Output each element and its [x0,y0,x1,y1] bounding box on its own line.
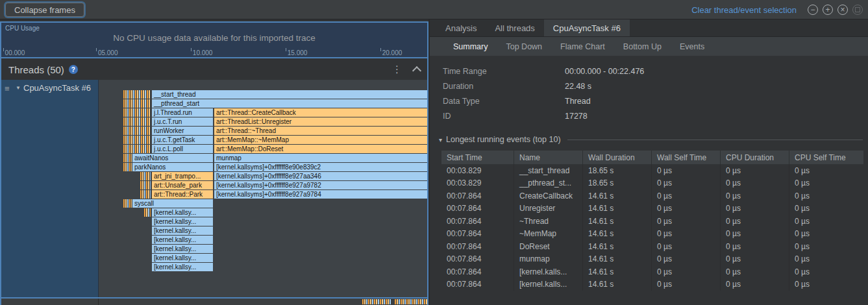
flame-frame[interactable]: [kernel.kallsy... [152,245,213,253]
table-row[interactable]: 00:07.864Unregister14.61 s0 µs0 µs0 µs [441,202,863,215]
subtab-events[interactable]: Events [671,42,713,51]
flame-frame[interactable]: __start_thread [152,90,427,99]
flame-frame[interactable]: __pthread_start [152,99,427,108]
next-thread-row [1,299,427,305]
flame-frame[interactable]: art::Thread::Park [152,190,213,199]
table-cell: 0 µs [652,202,721,215]
flame-frame[interactable] [123,199,132,208]
table-row[interactable]: 00:03.829__start_thread18.65 s0 µs0 µs0 … [441,164,863,177]
flame-frame[interactable]: j.u.c.T.getTask [152,136,213,144]
flame-frame[interactable] [123,90,151,99]
flame-frame[interactable] [123,99,151,108]
flame-frame[interactable] [362,299,391,304]
help-icon[interactable]: ? [69,65,78,74]
table-cell: 18.65 s [583,164,652,177]
flame-frame[interactable]: art::Unsafe_park [152,181,213,189]
table-cell: 00:07.864 [441,253,514,266]
flame-frame[interactable]: [kernel.kallsyms]+0xffffff8e927a9782 [214,181,427,189]
table-row[interactable]: 00:07.864munmap14.61 s0 µs0 µs0 µs [441,253,863,266]
table-cell: 0 µs [789,189,863,202]
field-label: Time Range [443,67,565,76]
table-cell: 00:07.864 [441,278,514,291]
table-cell: CreateCallback [514,189,583,202]
table-cell: 00:03.829 [441,164,514,177]
flame-frame[interactable]: art_jni_trampo... [152,172,213,180]
flame-frame[interactable]: awaitNanos [132,154,213,162]
table-cell: 0 µs [721,278,789,291]
flame-frame[interactable] [140,181,151,189]
table-cell: 00:07.864 [441,265,514,278]
flame-frame[interactable]: [kernel.kallsy... [152,217,213,226]
table-cell: 0 µs [652,189,721,202]
flame-frame[interactable]: [kernel.kallsy... [152,263,213,271]
table-cell: munmap [514,253,583,266]
flame-frame[interactable]: runWorker [152,127,213,135]
table-row[interactable]: 00:07.864CreateCallback14.61 s0 µs0 µs0 … [441,189,863,202]
subtab-summary[interactable]: Summary [444,42,497,51]
table-row[interactable]: 00:07.864~MemMap14.61 s0 µs0 µs0 µs [441,228,863,241]
flame-frame[interactable]: [kernel.kallsy... [152,226,213,235]
subtab-flame-chart[interactable]: Flame Chart [551,42,614,51]
table-row[interactable]: 00:07.864[kernel.kalls...14.61 s0 µs0 µs… [441,265,863,278]
subtab-top-down[interactable]: Top Down [497,42,551,51]
tab-analysis[interactable]: Analysis [436,19,486,36]
flame-frame[interactable] [123,108,151,117]
flame-frame[interactable] [123,127,151,135]
flame-frame[interactable]: parkNanos [132,163,213,171]
flame-frame[interactable]: [kernel.kallsyms]+0xffffff8e927aa346 [214,172,427,180]
table-row[interactable]: 00:07.864[kernel.kalls...14.61 s0 µs0 µs… [441,278,863,291]
flame-frame[interactable]: [kernel.kallsy... [152,208,213,217]
flame-frame[interactable]: [kernel.kallsy... [152,254,213,262]
tab-cpuasynctask-6[interactable]: CpuAsyncTask #6 [544,19,630,36]
flame-frame[interactable]: syscall [132,199,213,208]
flame-frame[interactable]: j.u.c.T.run [152,117,213,126]
table-cell: 0 µs [721,240,789,253]
column-header: CPU Self Time [789,151,863,164]
tick-mark [286,48,286,51]
clear-selection-link[interactable]: Clear thread/event selection [691,5,797,15]
table-row[interactable]: 00:07.864~Thread14.61 s0 µs0 µs0 µs [441,215,863,228]
flame-frame[interactable] [123,136,151,144]
reset-zoom-icon[interactable]: × [837,5,848,15]
collapse-frames-button[interactable]: Collapse frames [5,3,84,17]
flame-frame[interactable]: j.l.Thread.run [152,108,213,117]
flame-frame[interactable] [140,190,151,199]
drag-handle-icon[interactable]: ≡ [5,84,10,93]
expand-triangle-icon[interactable]: ▼ [16,85,21,91]
cpu-usage-panel[interactable]: CPU Usage No CPU usage data available fo… [0,21,428,58]
collapse-chevron-icon[interactable] [412,66,421,75]
table-row[interactable]: 00:03.829__pthread_st...18.65 s0 µs0 µs0… [441,177,863,190]
flame-frame[interactable]: [kernel.kallsy... [152,236,213,244]
flame-frame[interactable] [123,117,151,126]
flame-frame[interactable]: [kernel.kallsyms]+0xffffff8e927a9784 [214,190,427,199]
table-cell: 14.61 s [583,240,652,253]
zoom-out-icon[interactable]: − [808,5,818,15]
flame-frame[interactable]: art::Thread::CreateCallback [214,108,427,117]
flame-frame[interactable]: [kernel.kallsyms]+0xffffff8e90e839c2 [214,163,427,171]
zoom-in-icon[interactable]: + [823,5,833,15]
flame-frame[interactable] [144,208,151,217]
flame-frame[interactable] [140,172,151,180]
flame-frame[interactable]: art::MemMap::DoReset [214,145,427,153]
flame-frame[interactable]: munmap [214,154,427,162]
flame-frame[interactable] [123,145,151,153]
tab-all-threads[interactable]: All threads [486,19,543,36]
more-options-icon[interactable]: ⋮ [392,64,402,75]
subtab-bottom-up[interactable]: Bottom Up [614,42,671,51]
flame-frame[interactable]: art::Thread::~Thread [214,127,427,135]
table-cell: Unregister [514,202,583,215]
flame-frame[interactable]: art::ThreadList::Unregister [214,117,427,126]
flame-chart[interactable]: __start_thread__pthread_startj.l.Thread.… [99,80,427,297]
next-thread-chart[interactable] [99,299,427,305]
flame-frame[interactable] [395,299,427,304]
next-thread-column[interactable] [1,299,99,305]
thread-list-column[interactable]: ≡ ▼ CpuAsyncTask #6 [1,80,99,297]
tick-label: 15.000 [288,49,308,56]
table-cell: 00:03.829 [441,177,514,190]
section-collapse-icon[interactable]: ▾ [439,136,442,143]
flame-frame[interactable] [123,163,132,171]
table-row[interactable]: 00:07.864DoReset14.61 s0 µs0 µs0 µs [441,240,863,253]
flame-frame[interactable]: art::MemMap::~MemMap [214,136,427,144]
flame-frame[interactable] [123,154,132,162]
flame-frame[interactable]: j.u.c.L.poll [152,145,213,153]
